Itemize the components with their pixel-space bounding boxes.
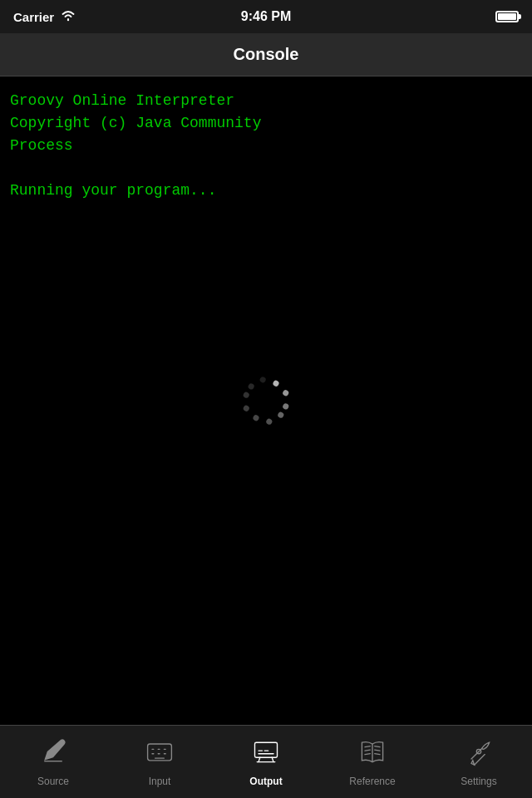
settings-icon [464,736,494,771]
svg-line-32 [375,750,380,751]
svg-line-30 [365,754,370,755]
svg-line-22 [272,757,273,761]
input-icon [145,736,175,771]
svg-point-10 [259,376,267,384]
svg-line-31 [375,746,380,747]
reference-icon [357,736,387,771]
status-bar: Carrier 9:46 PM [0,0,532,33]
status-right [495,11,519,22]
svg-line-35 [475,755,485,766]
status-time: 9:46 PM [241,9,291,24]
svg-rect-20 [255,742,278,757]
svg-point-4 [277,411,285,419]
svg-point-0 [67,18,69,20]
nav-bar: Console [0,33,532,76]
source-icon [38,736,68,771]
svg-point-2 [282,389,290,397]
output-icon [251,736,281,771]
battery-icon [495,11,519,22]
tab-output-label: Output [249,776,282,787]
svg-point-8 [242,391,250,399]
console-output-area: Groovy Online Interpreter Copyright (c) … [0,76,532,725]
carrier-label: Carrier [13,10,54,24]
tab-settings[interactable]: Settings [426,726,532,798]
svg-point-6 [252,414,260,422]
console-text: Groovy Online Interpreter Copyright (c) … [10,90,522,202]
page-title: Console [234,45,299,64]
svg-point-1 [272,379,280,387]
svg-point-5 [265,417,273,426]
loading-spinner [241,376,291,426]
svg-line-29 [365,750,370,751]
svg-line-21 [259,757,260,761]
spinner-animation [241,376,291,426]
svg-line-28 [365,746,370,747]
svg-line-33 [375,754,380,755]
status-left: Carrier [13,10,76,24]
tab-input[interactable]: Input [106,726,213,798]
tab-reference-label: Reference [349,776,395,787]
svg-point-7 [242,405,250,413]
wifi-icon [61,10,76,24]
tab-source-label: Source [37,776,69,787]
tab-settings-label: Settings [461,776,496,787]
svg-point-3 [282,402,290,411]
tab-output[interactable]: Output [213,726,319,798]
tab-reference[interactable]: Reference [319,726,426,798]
tab-input-label: Input [149,776,171,787]
tab-bar: Source Input [0,725,532,798]
tab-source[interactable]: Source [0,726,106,798]
svg-point-9 [247,382,255,391]
